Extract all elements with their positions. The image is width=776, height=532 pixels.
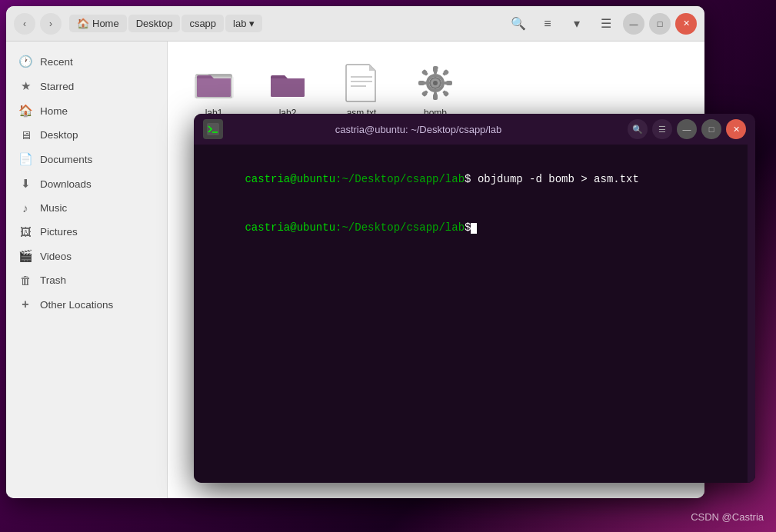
dropdown-icon: ▾	[249, 18, 255, 29]
terminal-close-button[interactable]: ✕	[726, 119, 746, 139]
starred-icon: ★	[18, 79, 32, 93]
recent-icon: 🕐	[18, 55, 32, 68]
titlebar-controls: 🔍 ≡ ▾ ☰ — □ ✕	[506, 12, 697, 36]
svg-rect-19	[434, 69, 437, 74]
terminal-cursor	[471, 223, 477, 234]
terminal-maximize-button[interactable]: □	[701, 119, 721, 139]
breadcrumb-home[interactable]: 🏠 Home	[69, 15, 127, 32]
minimize-button[interactable]: —	[623, 13, 644, 35]
sidebar-item-downloads[interactable]: ⬇ Downloads	[6, 171, 167, 196]
svg-rect-21	[421, 81, 426, 85]
executable-icon	[415, 63, 455, 103]
search-icon: 🔍	[511, 16, 526, 31]
close-button[interactable]: ✕	[675, 13, 697, 35]
desktop-icon: 🖥	[18, 128, 32, 141]
sidebar-item-home[interactable]: 🏠 Home	[6, 98, 167, 123]
breadcrumb: 🏠 Home Desktop csapp lab ▾	[69, 15, 262, 32]
documents-icon: 📄	[18, 152, 32, 166]
home-sidebar-icon: 🏠	[18, 104, 32, 118]
menu-icon: ☰	[601, 16, 611, 31]
terminal-controls: 🔍 ☰ — □ ✕	[628, 119, 746, 139]
sidebar-item-music[interactable]: ♪ Music	[6, 196, 167, 220]
terminal-title: castria@ubuntu: ~/Desktop/csapp/lab	[229, 124, 608, 135]
sidebar-item-desktop[interactable]: 🖥 Desktop	[6, 123, 167, 147]
trash-icon: 🗑	[18, 274, 32, 287]
breadcrumb-csapp[interactable]: csapp	[182, 15, 224, 32]
terminal-line-2: castria@ubuntu:~/Desktop/csapp/lab$	[206, 204, 743, 252]
terminal-scrollbar[interactable]	[748, 145, 755, 483]
downloads-icon: ⬇	[18, 177, 32, 191]
terminal-prompt-2: castria@ubuntu	[245, 221, 335, 234]
terminal-icon	[203, 119, 223, 139]
sidebar-item-pictures[interactable]: 🖼 Pictures	[6, 220, 167, 244]
videos-icon: 🎬	[18, 249, 32, 263]
search-button[interactable]: 🔍	[506, 12, 531, 36]
sidebar-item-videos[interactable]: 🎬 Videos	[6, 244, 167, 268]
music-icon: ♪	[18, 201, 32, 214]
watermark: CSDN @Castria	[691, 511, 764, 523]
terminal-search-button[interactable]: 🔍	[628, 119, 648, 139]
sidebar-item-recent[interactable]: 🕐 Recent	[6, 49, 167, 74]
menu-button[interactable]: ☰	[594, 12, 618, 36]
terminal-body[interactable]: castria@ubuntu:~/Desktop/csapp/lab$ objd…	[194, 145, 755, 483]
svg-rect-20	[434, 92, 437, 97]
view-options-icon: ▾	[574, 16, 580, 31]
terminal-minimize-button[interactable]: —	[677, 119, 697, 139]
svg-rect-27	[207, 123, 219, 135]
svg-point-18	[433, 81, 438, 85]
forward-button[interactable]: ›	[40, 13, 62, 35]
file-manager-titlebar: ‹ › 🏠 Home Desktop csapp lab ▾ 🔍	[6, 6, 704, 42]
terminal-cmd-1: $ objdump -d bomb > asm.txt	[465, 173, 639, 185]
sidebar-item-trash[interactable]: 🗑 Trash	[6, 268, 167, 292]
view-options-button[interactable]: ▾	[565, 12, 589, 36]
svg-rect-22	[445, 81, 449, 85]
folder-icon-lab1	[194, 63, 234, 103]
text-file-icon	[341, 63, 381, 103]
home-icon: 🏠	[77, 18, 89, 29]
sidebar-item-starred[interactable]: ★ Starred	[6, 74, 167, 98]
sidebar: 🕐 Recent ★ Starred 🏠 Home 🖥 Desktop 📄 Do…	[6, 42, 168, 498]
terminal-titlebar: castria@ubuntu: ~/Desktop/csapp/lab 🔍 ☰ …	[194, 114, 755, 145]
terminal-line-1: castria@ubuntu:~/Desktop/csapp/lab$ objd…	[206, 155, 743, 204]
maximize-button[interactable]: □	[649, 13, 671, 35]
breadcrumb-lab[interactable]: lab ▾	[225, 15, 262, 32]
sidebar-item-other-locations[interactable]: + Other Locations	[6, 292, 167, 317]
terminal-window: castria@ubuntu: ~/Desktop/csapp/lab 🔍 ☰ …	[194, 114, 755, 483]
terminal-menu-button[interactable]: ☰	[652, 119, 672, 139]
back-button[interactable]: ‹	[14, 13, 35, 35]
terminal-prompt-1: castria@ubuntu	[245, 173, 335, 185]
terminal-path-2: :~/Desktop/csapp/lab	[335, 221, 465, 234]
other-locations-icon: +	[18, 298, 32, 311]
terminal-path-1: :~/Desktop/csapp/lab	[335, 173, 465, 185]
breadcrumb-desktop[interactable]: Desktop	[128, 15, 181, 32]
pictures-icon: 🖼	[18, 225, 32, 238]
list-view-icon: ≡	[544, 17, 551, 31]
sidebar-item-documents[interactable]: 📄 Documents	[6, 147, 167, 171]
terminal-cmd-2: $	[465, 221, 471, 234]
folder-icon-lab2	[268, 63, 308, 103]
list-view-button[interactable]: ≡	[535, 12, 560, 36]
